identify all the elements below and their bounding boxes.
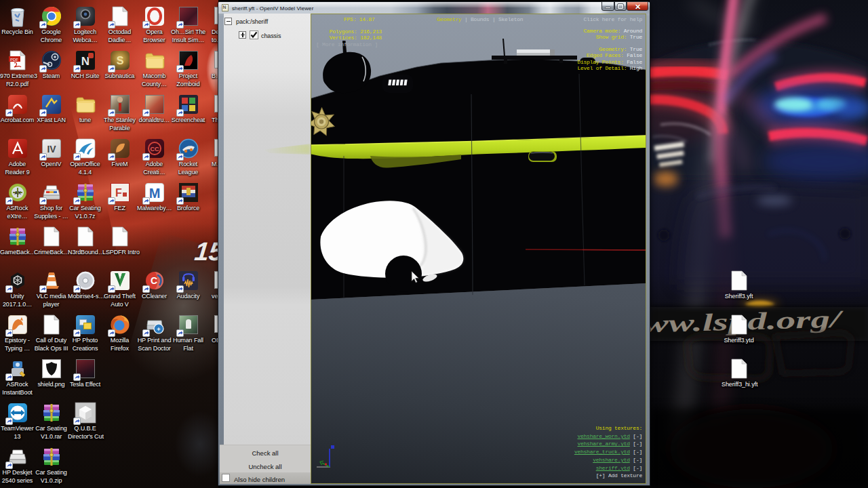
svg-text:+: + — [157, 326, 160, 333]
svg-text:IV: IV — [47, 144, 56, 155]
svg-text:M: M — [149, 186, 160, 201]
svg-text:F: F — [115, 187, 122, 199]
svg-text:C: C — [150, 275, 157, 286]
svg-text:AX: AX — [14, 190, 21, 195]
svg-text:CC: CC — [150, 146, 159, 152]
svg-text:S: S — [116, 55, 123, 66]
svg-text:PDF: PDF — [10, 58, 18, 62]
